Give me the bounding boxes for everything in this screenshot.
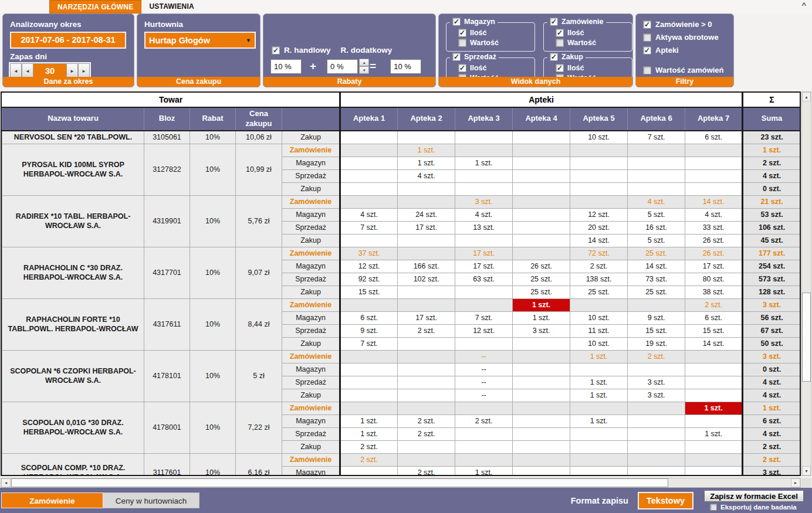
apteka-cell[interactable] <box>398 350 455 363</box>
apteka-cell[interactable]: 25 szt. <box>513 286 570 298</box>
apteka-cell[interactable] <box>340 131 398 144</box>
apteka-cell[interactable]: 14 szt. <box>570 234 628 247</box>
apteka-cell[interactable] <box>685 466 743 476</box>
apteka-cell[interactable]: 24 szt. <box>398 208 455 221</box>
apteka-cell[interactable]: 10 szt. <box>570 131 628 144</box>
apteka-cell[interactable] <box>340 389 398 402</box>
apteka-cell[interactable] <box>628 427 685 440</box>
apteka-cell[interactable] <box>513 234 570 247</box>
apteka-cell[interactable] <box>398 286 455 298</box>
apteka-cell[interactable] <box>455 144 513 157</box>
ilosc-checkbox[interactable]: ✓ <box>458 64 466 72</box>
apteka-cell[interactable]: 33 szt. <box>685 221 743 234</box>
apteka-cell[interactable] <box>455 182 513 195</box>
ilosc-checkbox[interactable]: ✓ <box>458 29 466 37</box>
apteka-cell[interactable] <box>570 453 628 466</box>
apteka-cell[interactable]: 80 szt. <box>685 273 743 286</box>
apteka-cell[interactable]: 4 szt. <box>685 208 743 221</box>
apteka-cell[interactable] <box>455 131 513 144</box>
filter-checkbox[interactable] <box>643 33 651 42</box>
apteka-cell[interactable]: 1 szt. <box>513 298 570 311</box>
apteka-cell[interactable]: 1 szt. <box>570 376 628 389</box>
apteka-cell[interactable]: 7 szt. <box>628 131 685 144</box>
apteka-cell[interactable] <box>513 221 570 234</box>
apteka-cell[interactable] <box>340 402 398 415</box>
apteka-cell[interactable] <box>685 389 743 402</box>
filter-checkbox[interactable]: ✓ <box>643 46 651 55</box>
apteka-cell[interactable] <box>513 453 570 466</box>
apteka-cell[interactable] <box>570 363 628 376</box>
apteka-cell[interactable]: 1 szt. <box>455 157 513 169</box>
tab-ceny-w-hurtowniach[interactable]: Ceny w hurtowniach <box>103 492 199 508</box>
apteka-cell[interactable]: 7 szt. <box>340 221 398 234</box>
apteka-cell[interactable] <box>398 440 455 453</box>
apteka-cell[interactable]: 2 szt. <box>570 260 628 273</box>
apteka-cell[interactable]: 2 szt. <box>340 440 398 453</box>
apteka-cell[interactable]: 2 szt. <box>398 415 455 427</box>
apteka-cell[interactable] <box>570 169 628 182</box>
apteka-cell[interactable]: 2 szt. <box>685 298 743 311</box>
filter-checkbox[interactable]: ✓ <box>643 21 651 29</box>
apteka-cell[interactable] <box>628 182 685 195</box>
apteka-cell[interactable] <box>570 298 628 311</box>
apteka-cell[interactable]: 20 szt. <box>570 221 628 234</box>
apteka-cell[interactable]: 25 szt. <box>513 273 570 286</box>
apteka-cell[interactable] <box>340 298 398 311</box>
apteka-cell[interactable]: 1 szt. <box>455 466 513 476</box>
apteka-cell[interactable]: 2 szt. <box>398 427 455 440</box>
filter-checkbox[interactable] <box>643 66 651 74</box>
apteka-cell[interactable] <box>455 402 513 415</box>
spin-up-button[interactable]: ▲ <box>359 59 369 66</box>
apteka-cell[interactable]: -- <box>455 389 513 402</box>
apteka-cell[interactable] <box>685 182 743 195</box>
apteka-cell[interactable]: 6 szt. <box>685 311 743 324</box>
apteka-cell[interactable]: 15 szt. <box>685 324 743 337</box>
apteka-cell[interactable] <box>513 157 570 169</box>
apteka-cell[interactable] <box>685 350 743 363</box>
apteka-cell[interactable] <box>513 466 570 476</box>
apteka-cell[interactable]: 5 szt. <box>628 208 685 221</box>
apteka-cell[interactable]: 12 szt. <box>340 260 398 273</box>
tab-ustawienia[interactable]: USTAWIENIA <box>141 0 201 13</box>
apteka-cell[interactable] <box>513 363 570 376</box>
apteka-cell[interactable]: 12 szt. <box>455 324 513 337</box>
apteka-cell[interactable]: 7 szt. <box>340 337 398 350</box>
apteka-cell[interactable] <box>628 169 685 182</box>
horizontal-scrollbar[interactable]: ◄ ► <box>1 478 801 488</box>
apteka-cell[interactable] <box>570 182 628 195</box>
apteka-cell[interactable]: 26 szt. <box>685 247 743 260</box>
apteka-cell[interactable]: 3 szt. <box>628 376 685 389</box>
apteka-cell[interactable]: 1 szt. <box>398 157 455 169</box>
vertical-scrollbar[interactable]: ▲ ▼ <box>801 91 811 476</box>
apteka-cell[interactable] <box>628 466 685 476</box>
apteka-cell[interactable]: -- <box>455 363 513 376</box>
apteka-cell[interactable]: 166 szt. <box>398 260 455 273</box>
apteka-cell[interactable] <box>628 144 685 157</box>
scroll-left-icon[interactable]: ◄ <box>1 478 11 487</box>
apteka-cell[interactable] <box>513 402 570 415</box>
apteka-cell[interactable] <box>455 453 513 466</box>
apteka-cell[interactable]: 6 szt. <box>340 311 398 324</box>
apteka-cell[interactable]: 2 szt. <box>340 453 398 466</box>
apteka-cell[interactable]: 25 szt. <box>570 286 628 298</box>
apteka-cell[interactable]: 4 szt. <box>398 169 455 182</box>
apteka-cell[interactable]: 102 szt. <box>398 273 455 286</box>
apteka-cell[interactable] <box>513 389 570 402</box>
apteka-cell[interactable] <box>570 402 628 415</box>
apteka-cell[interactable]: -- <box>455 350 513 363</box>
apteka-cell[interactable] <box>455 298 513 311</box>
apteka-cell[interactable] <box>685 144 743 157</box>
apteka-cell[interactable]: 10 szt. <box>570 337 628 350</box>
analizowany-okres-field[interactable]: 2017-07-06 - 2017-08-31 <box>10 32 126 49</box>
apteka-cell[interactable]: 19 szt. <box>628 337 685 350</box>
apteka-cell[interactable]: 1 szt. <box>570 350 628 363</box>
spin-down-button[interactable]: ▼ <box>359 66 369 74</box>
apteka-cell[interactable] <box>570 144 628 157</box>
apteka-cell[interactable]: 4 szt. <box>340 208 398 221</box>
apteka-cell[interactable]: 1 szt. <box>685 402 743 415</box>
apteka-cell[interactable] <box>513 131 570 144</box>
apteka-cell[interactable] <box>513 337 570 350</box>
apteka-cell[interactable]: 26 szt. <box>513 260 570 273</box>
apteka-cell[interactable] <box>685 453 743 466</box>
apteka-cell[interactable] <box>340 157 398 169</box>
